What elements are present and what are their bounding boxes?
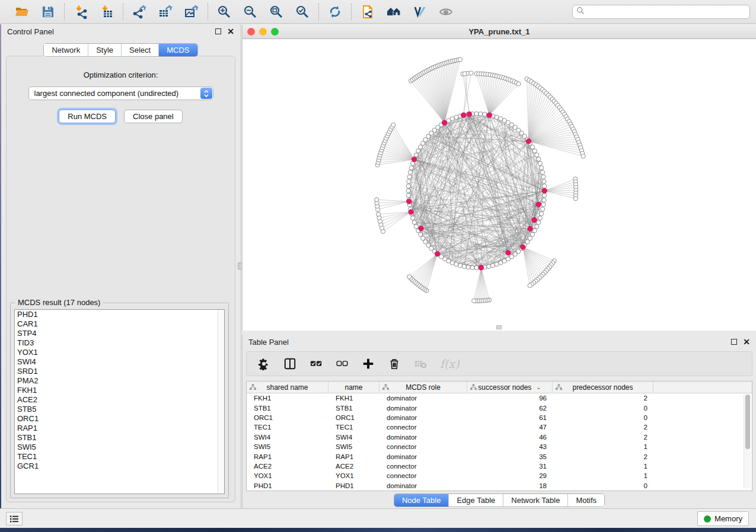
close-panel-button[interactable]: Close panel xyxy=(124,110,183,123)
import-network-icon[interactable] xyxy=(72,3,90,21)
table-scrollbar[interactable] xyxy=(744,395,751,488)
refresh-icon[interactable] xyxy=(326,3,344,21)
network-canvas[interactable] xyxy=(243,39,756,331)
cell-succ: 47 xyxy=(467,424,553,431)
tab-motifs[interactable]: Motifs xyxy=(567,494,604,507)
table-row-YOX1[interactable]: YOX1YOX1connector291 xyxy=(247,471,752,480)
table-row-FKH1[interactable]: FKH1FKH1dominator962 xyxy=(247,393,752,403)
trash-icon[interactable] xyxy=(388,357,401,370)
panel-list-button[interactable] xyxy=(6,512,23,525)
minimize-window-button[interactable] xyxy=(259,28,267,36)
fx-icon: f(x) xyxy=(440,357,460,370)
optimization-criterion-label: Optimization criterion: xyxy=(7,70,235,79)
search-box[interactable] xyxy=(572,5,750,19)
network-scroll-grip[interactable] xyxy=(496,325,502,329)
network-graph[interactable] xyxy=(243,39,756,331)
select-all-icon[interactable] xyxy=(310,357,323,370)
dropdown-stepper-icon xyxy=(200,88,212,99)
export-table-icon[interactable] xyxy=(157,3,174,21)
cell-pred: 1 xyxy=(553,472,653,479)
table-row-SWI5[interactable]: SWI5SWI5connector431 xyxy=(247,442,752,451)
column-header-name[interactable]: name xyxy=(328,382,379,393)
cell-role: connector xyxy=(379,443,467,450)
mcds-node-item[interactable]: STP4 xyxy=(15,329,224,338)
table-row-STB1[interactable]: STB1STB1dominator620 xyxy=(247,403,752,412)
column-header-MCDS-role[interactable]: MCDS role xyxy=(379,382,467,393)
deselect-all-icon[interactable] xyxy=(336,357,349,370)
mcds-node-item[interactable]: STB5 xyxy=(15,405,224,414)
tab-network-table[interactable]: Network Table xyxy=(503,494,567,507)
mcds-node-item[interactable]: YOX1 xyxy=(15,348,224,357)
close-window-button[interactable] xyxy=(247,28,255,36)
float-table-panel-icon[interactable] xyxy=(731,339,737,345)
mcds-node-item[interactable]: TEC1 xyxy=(15,452,224,462)
mcds-node-item[interactable]: SWI4 xyxy=(15,357,224,367)
add-icon[interactable] xyxy=(362,357,375,370)
save-icon[interactable] xyxy=(39,3,57,21)
column-header-shared-name[interactable]: shared name xyxy=(247,382,328,393)
optimization-criterion-dropdown[interactable]: largest connected component (undirected) xyxy=(28,86,213,100)
memory-button[interactable]: Memory xyxy=(697,511,749,526)
mcds-node-item[interactable]: SWI5 xyxy=(15,443,224,452)
mcds-node-item[interactable]: ACE2 xyxy=(15,395,224,405)
mcds-node-item[interactable]: FKH1 xyxy=(15,386,224,395)
export-network-icon[interactable] xyxy=(130,3,148,21)
gear-icon[interactable] xyxy=(257,357,270,370)
network-window-title: YPA_prune.txt_1 xyxy=(243,27,756,36)
cell-succ: 43 xyxy=(467,443,553,450)
table-row-RAP1[interactable]: RAP1RAP1dominator352 xyxy=(247,451,752,461)
close-panel-icon[interactable]: ✕ xyxy=(227,28,234,34)
import-table-icon[interactable] xyxy=(98,3,116,21)
mcds-node-item[interactable]: PHD1 xyxy=(15,310,224,319)
mcds-result-list[interactable]: PHD1CAR1STP4TID3YOX1SWI4SRD1PMA2FKH1ACE2… xyxy=(14,309,225,494)
table-scrollbar-thumb[interactable] xyxy=(745,395,750,449)
table-panel: Table Panel ✕ f(x) shared namenameMCDS r… xyxy=(242,335,756,508)
tab-network[interactable]: Network xyxy=(44,44,88,56)
mcds-node-item[interactable]: PMA2 xyxy=(15,376,224,386)
mcds-node-item[interactable]: CAR1 xyxy=(15,319,224,329)
mcds-list-scrollbar[interactable] xyxy=(218,310,224,493)
mcds-node-item[interactable]: GCR1 xyxy=(15,462,224,471)
zoom-out-icon[interactable] xyxy=(241,3,259,21)
tab-edge-table[interactable]: Edge Table xyxy=(448,494,503,507)
mcds-node-item[interactable]: TID3 xyxy=(15,338,224,348)
network-window-titlebar[interactable]: YPA_prune.txt_1 xyxy=(243,25,756,39)
table-row-ORC1[interactable]: ORC1ORC1dominator610 xyxy=(247,413,752,422)
main-toolbar xyxy=(0,0,756,24)
zoom-selected-icon[interactable] xyxy=(294,3,311,21)
cell-pred: 1 xyxy=(553,443,653,450)
tab-select[interactable]: Select xyxy=(121,44,158,56)
table-row-ACE2[interactable]: ACE2ACE2connector311 xyxy=(247,462,752,471)
cell-pred: 2 xyxy=(553,395,653,402)
network-from-file-icon[interactable] xyxy=(359,3,377,21)
tab-mcds[interactable]: MCDS xyxy=(158,44,197,56)
table-row-TEC1[interactable]: TEC1TEC1connector472 xyxy=(247,422,752,432)
zoom-fit-icon[interactable] xyxy=(267,3,285,21)
cell-name: SWI4 xyxy=(328,434,379,441)
cell-succ: 18 xyxy=(467,482,553,489)
tab-node-table[interactable]: Node Table xyxy=(394,494,449,507)
eye-icon[interactable] xyxy=(437,3,455,21)
float-panel-icon[interactable] xyxy=(215,28,221,34)
tab-style[interactable]: Style xyxy=(88,44,121,56)
maximize-window-button[interactable] xyxy=(271,28,279,36)
cell-role: connector xyxy=(379,424,467,431)
column-header-successor-nodes[interactable]: successor nodes⌄ xyxy=(467,382,553,393)
cell-name: STB1 xyxy=(328,405,379,412)
zoom-in-icon[interactable] xyxy=(215,3,233,21)
open-icon[interactable] xyxy=(13,3,31,21)
run-mcds-button[interactable]: Run MCDS xyxy=(59,110,116,123)
table-row-SWI4[interactable]: SWI4SWI4dominator462 xyxy=(247,432,752,442)
close-table-panel-icon[interactable]: ✕ xyxy=(743,339,750,345)
columns-icon[interactable] xyxy=(283,357,296,370)
mcds-node-item[interactable]: STB1 xyxy=(15,433,224,443)
mcds-node-item[interactable]: SRD1 xyxy=(15,367,224,376)
column-header-predecessor-nodes[interactable]: predecessor nodes xyxy=(553,382,653,393)
style-icon[interactable] xyxy=(411,3,429,21)
mcds-node-item[interactable]: ORC1 xyxy=(15,414,224,424)
mcds-node-item[interactable]: RAP1 xyxy=(15,424,224,433)
search-input[interactable] xyxy=(587,8,746,16)
table-row-PHD1[interactable]: PHD1PHD1dominator180 xyxy=(247,481,752,491)
home-icon[interactable] xyxy=(385,3,403,21)
export-image-icon[interactable] xyxy=(183,3,200,21)
